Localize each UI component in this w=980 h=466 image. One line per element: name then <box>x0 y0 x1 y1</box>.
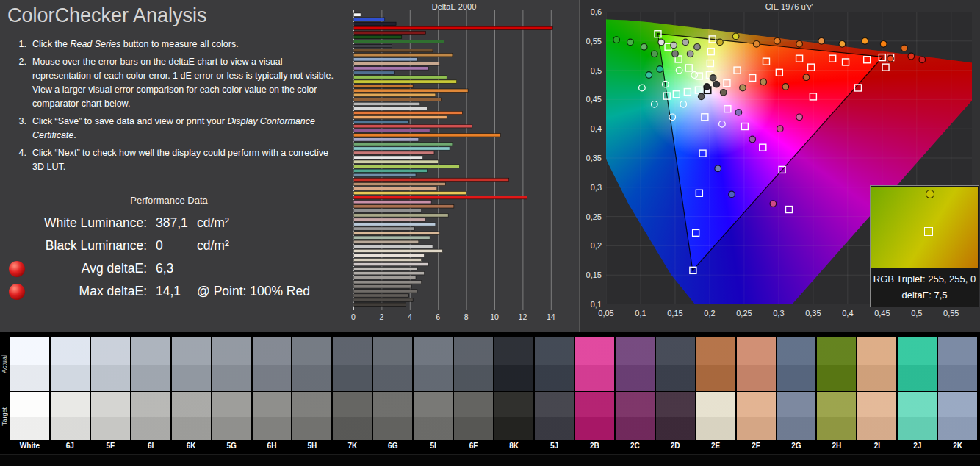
deltae-bar[interactable] <box>354 281 422 284</box>
cie-measured-circle <box>777 126 784 132</box>
patch-label: 8K <box>494 440 533 451</box>
deltae-bar[interactable] <box>354 98 442 101</box>
deltae-bar[interactable] <box>354 143 453 146</box>
cie-measured-circle <box>672 51 679 57</box>
deltae-bar[interactable] <box>354 182 446 185</box>
patch-target-8K <box>494 392 533 440</box>
deltae-bar[interactable] <box>354 13 361 16</box>
deltae-bar[interactable] <box>354 258 422 261</box>
deltae-bar[interactable] <box>354 44 392 47</box>
deltae-bar[interactable] <box>354 120 409 123</box>
deltae-bar[interactable] <box>354 102 420 105</box>
deltae-bar[interactable] <box>354 169 428 172</box>
cie-measured-circle <box>735 110 742 116</box>
deltae-bar[interactable] <box>354 18 385 21</box>
deltae-bar[interactable] <box>354 201 432 204</box>
cie-measured-circle <box>803 74 810 81</box>
deltae-bar[interactable] <box>354 147 450 150</box>
cie-target-square <box>796 55 803 62</box>
cie-measured-circle <box>782 84 789 90</box>
performance-unit: cd/m² <box>195 238 345 254</box>
deltae-bar[interactable] <box>354 160 439 163</box>
deltae-bar[interactable] <box>354 196 527 198</box>
patch-label: White <box>10 440 49 451</box>
color-comparator-panel: Actual Target White6J5F6I6K5G6H5H7K6G5I6… <box>0 332 980 454</box>
performance-row: Max deltaE:14,1@ Point: 100% Red <box>0 280 345 303</box>
deltae-bar[interactable] <box>354 31 426 34</box>
deltae-bar[interactable] <box>354 49 433 51</box>
deltae-bar[interactable] <box>354 298 414 301</box>
patch-label: 5J <box>535 440 574 451</box>
deltae-bar[interactable] <box>354 290 417 293</box>
deltae-bar[interactable] <box>354 76 447 79</box>
deltae-bar[interactable] <box>354 285 412 288</box>
deltae-bar[interactable] <box>354 58 417 61</box>
deltae-bar[interactable] <box>354 107 428 110</box>
patch-target-5H <box>292 392 331 440</box>
deltae-bar[interactable] <box>354 218 426 221</box>
patch-target-7K <box>333 392 372 440</box>
deltae-bar[interactable] <box>354 178 509 181</box>
patch-label: 5H <box>292 440 331 451</box>
deltae-bar[interactable] <box>354 40 444 43</box>
deltae-bar[interactable] <box>354 111 463 114</box>
deltae-bar[interactable] <box>354 232 440 234</box>
deltae-bar[interactable] <box>354 249 443 252</box>
cie-measured-circle <box>713 81 720 87</box>
deltae-bar[interactable] <box>354 89 469 92</box>
cie-measured-circle <box>715 165 721 172</box>
patch-label: 2E <box>696 440 735 451</box>
deltae-bar[interactable] <box>354 54 453 57</box>
deltae-bar[interactable] <box>354 35 402 38</box>
deltae-bar[interactable] <box>354 245 433 248</box>
patch-label: 2H <box>817 440 856 451</box>
patch-actual-2F <box>737 337 776 391</box>
deltae-bar[interactable] <box>354 267 417 270</box>
deltae-bar[interactable] <box>354 227 415 230</box>
deltae-bar[interactable] <box>354 236 430 239</box>
deltae-bar[interactable] <box>354 205 454 208</box>
cie-measured-circle <box>682 39 689 46</box>
deltae-bar[interactable] <box>354 209 422 212</box>
deltae-bar[interactable] <box>354 26 553 29</box>
deltae-bar[interactable] <box>354 134 501 137</box>
deltae-bar[interactable] <box>354 303 406 306</box>
cie-measured-circle <box>704 84 710 90</box>
deltae-bar[interactable] <box>354 151 434 154</box>
deltae-bar[interactable] <box>354 262 429 265</box>
deltae-bar[interactable] <box>354 22 397 25</box>
deltae-bar[interactable] <box>354 115 447 118</box>
deltae-bar[interactable] <box>354 165 460 168</box>
patch-actual-5J <box>535 337 574 391</box>
deltae-bar[interactable] <box>354 173 416 176</box>
deltae-bar[interactable] <box>354 254 425 257</box>
deltae-bar[interactable] <box>354 125 472 128</box>
axis-tick-label: 12 <box>519 312 527 321</box>
deltae-bar[interactable] <box>354 138 419 141</box>
patch-label: 5F <box>91 440 130 451</box>
axis-tick-label: 0,35 <box>800 309 826 318</box>
deltae-bar[interactable] <box>354 240 419 243</box>
patch-actual-8K <box>494 337 533 391</box>
performance-unit: cd/m² <box>195 215 345 231</box>
deltae-bar[interactable] <box>354 156 423 159</box>
deltae-bar[interactable] <box>354 276 416 279</box>
comparator-column: 6K <box>172 337 211 451</box>
deltae-bar[interactable] <box>354 223 436 226</box>
performance-unit: @ Point: 100% Red <box>195 284 345 299</box>
deltae-bar[interactable] <box>354 294 409 297</box>
cie-measured-circle <box>770 201 777 207</box>
performance-label: White Luminance: <box>26 215 147 231</box>
deltae-bar[interactable] <box>354 272 425 275</box>
deltae-bar[interactable] <box>354 129 430 132</box>
deltae-bar[interactable] <box>354 67 429 70</box>
deltae-bar[interactable] <box>354 85 414 87</box>
deltae-bar[interactable] <box>354 187 437 190</box>
deltae-bar[interactable] <box>354 62 440 65</box>
deltae-bar[interactable] <box>354 93 436 96</box>
comparator-column: 2E <box>696 337 735 451</box>
deltae-bar[interactable] <box>354 71 395 74</box>
deltae-bar[interactable] <box>354 191 467 194</box>
deltae-bar[interactable] <box>354 214 449 217</box>
deltae-bar[interactable] <box>354 80 457 83</box>
